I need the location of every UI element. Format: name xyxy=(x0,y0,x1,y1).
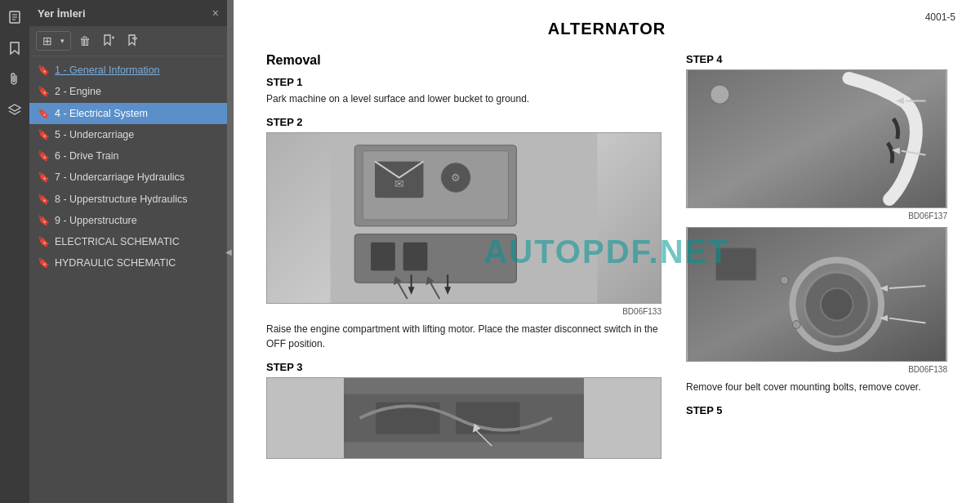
step2-caption: BD06F133 xyxy=(266,307,662,316)
step5-label: STEP 5 xyxy=(686,404,947,416)
step4-diagram-bottom xyxy=(687,228,947,361)
bookmark-item-general-info[interactable]: 🔖 1 - General Information xyxy=(29,60,227,81)
svg-point-30 xyxy=(710,85,730,105)
attachment-icon[interactable] xyxy=(4,69,25,90)
bookmark-item-undercarriage-hyd[interactable]: 🔖 7 - Undercarriage Hydraulics xyxy=(29,167,227,188)
step4b-caption: BD06F138 xyxy=(686,365,947,374)
bookmark-icon-3: 🔖 xyxy=(38,108,50,119)
bookmark-view-button[interactable]: ⊞ xyxy=(39,33,56,49)
bookmark-delete-button[interactable]: 🗑 xyxy=(76,33,94,49)
bookmark-label-6: 7 - Undercarriage Hydraulics xyxy=(55,171,185,184)
svg-point-42 xyxy=(792,321,800,329)
bookmark-icon-9: 🔖 xyxy=(38,236,50,247)
bookmark-label-5: 6 - Drive Train xyxy=(55,149,119,162)
bookmark-label-4: 5 - Undercarriage xyxy=(55,128,134,141)
main-content: 4001-5 ALTERNATOR AUTOPDF.NET Removal ST… xyxy=(234,0,980,503)
content-columns: Removal STEP 1 Park machine on a level s… xyxy=(266,53,947,462)
bookmark-label-9: ELECTRICAL SCHEMATIC xyxy=(55,235,180,248)
step2-image: ✉ ⚙ xyxy=(266,132,662,304)
bookmark-icon-8: 🔖 xyxy=(38,215,50,226)
svg-rect-40 xyxy=(716,248,756,281)
bookmarks-toolbar: ⊞ ▾ 🗑 xyxy=(29,26,227,56)
bookmark-label-8: 9 - Upperstructure xyxy=(55,214,137,227)
bookmark-icon-2: 🔖 xyxy=(38,86,50,97)
bookmark-label-3: 4 - Electrical System xyxy=(55,107,148,120)
svg-marker-21 xyxy=(425,277,434,286)
step2-arrows xyxy=(267,133,661,303)
bookmark-icon-1: 🔖 xyxy=(38,65,50,76)
step2-label: STEP 2 xyxy=(266,116,662,128)
step3-label: STEP 3 xyxy=(266,361,662,373)
bookmarks-title: Yer İmleri xyxy=(38,7,86,20)
svg-line-20 xyxy=(429,281,439,300)
bookmark-icon-6: 🔖 xyxy=(38,171,50,183)
step4-image-bottom xyxy=(686,227,947,362)
bookmark-item-electrical[interactable]: 🔖 4 - Electrical System xyxy=(29,103,227,124)
bookmarks-list: 🔖 1 - General Information 🔖 2 - Engine 🔖… xyxy=(29,56,227,503)
svg-point-41 xyxy=(781,276,789,284)
bookmark-label-1[interactable]: 1 - General Information xyxy=(55,64,160,77)
bookmark-icon-10: 🔖 xyxy=(38,257,50,269)
step1-label: STEP 1 xyxy=(266,76,662,88)
step4-image-top xyxy=(686,69,947,208)
bookmark-item-engine[interactable]: 🔖 2 - Engine xyxy=(29,81,227,102)
bookmark-icon-5: 🔖 xyxy=(38,150,50,162)
svg-marker-19 xyxy=(394,277,402,286)
bookmark-nav-icon[interactable] xyxy=(4,38,25,59)
step1-text: Park machine on a level surface and lowe… xyxy=(266,92,662,106)
bookmark-tool-group: ⊞ ▾ xyxy=(36,31,71,51)
page-icon[interactable] xyxy=(4,7,25,28)
page-title: ALTERNATOR xyxy=(266,20,947,38)
layers-icon[interactable] xyxy=(4,100,25,121)
bookmark-item-undercarriage[interactable]: 🔖 5 - Undercarriage xyxy=(29,124,227,145)
step3-diagram xyxy=(267,378,661,458)
panel-resize-handle[interactable] xyxy=(227,0,234,503)
bookmark-label-7: 8 - Upperstructure Hydraulics xyxy=(55,193,188,206)
step4-diagram-top xyxy=(687,70,947,207)
bookmark-link-button[interactable] xyxy=(123,32,143,51)
bookmark-item-drivetrain[interactable]: 🔖 6 - Drive Train xyxy=(29,145,227,167)
toolbar-strip xyxy=(0,0,29,503)
step2-text: Raise the engine compartment with liftin… xyxy=(266,323,662,351)
bookmark-item-upperstructure[interactable]: 🔖 9 - Upperstructure xyxy=(29,210,227,231)
bookmarks-header: Yer İmleri × xyxy=(29,0,227,26)
svg-line-18 xyxy=(397,281,408,300)
bookmark-item-hydraulic-schematic[interactable]: 🔖 HYDRAULIC SCHEMATIC xyxy=(29,252,227,274)
step4-caption: BD06F137 xyxy=(686,211,947,220)
right-column: STEP 4 xyxy=(686,53,947,462)
svg-point-39 xyxy=(821,288,853,321)
bookmarks-close-button[interactable]: × xyxy=(212,7,219,20)
removal-title: Removal xyxy=(266,53,662,68)
bookmark-dropdown-button[interactable]: ▾ xyxy=(57,35,68,47)
step4b-text: Remove four belt cover mounting bolts, r… xyxy=(686,381,947,394)
bookmark-label-2: 2 - Engine xyxy=(55,85,101,98)
pdf-page: 4001-5 ALTERNATOR AUTOPDF.NET Removal ST… xyxy=(234,0,980,503)
step3-image xyxy=(266,377,662,459)
bookmark-icon-4: 🔖 xyxy=(38,129,50,140)
left-column: Removal STEP 1 Park machine on a level s… xyxy=(266,53,662,462)
bookmark-label-10: HYDRAULIC SCHEMATIC xyxy=(55,256,176,269)
step4-label: STEP 4 xyxy=(686,53,947,65)
bookmark-icon-7: 🔖 xyxy=(38,194,50,205)
bookmark-item-upperstructure-hyd[interactable]: 🔖 8 - Upperstructure Hydraulics xyxy=(29,189,227,210)
page-number: 4001-5 xyxy=(925,11,956,23)
bookmark-link-1[interactable]: 1 - General Information xyxy=(55,65,160,76)
bookmark-add-button[interactable] xyxy=(99,32,118,51)
bookmark-item-electrical-schematic[interactable]: 🔖 ELECTRICAL SCHEMATIC xyxy=(29,231,227,252)
bookmarks-panel: Yer İmleri × ⊞ ▾ 🗑 🔖 1 - General Inf xyxy=(29,0,227,503)
